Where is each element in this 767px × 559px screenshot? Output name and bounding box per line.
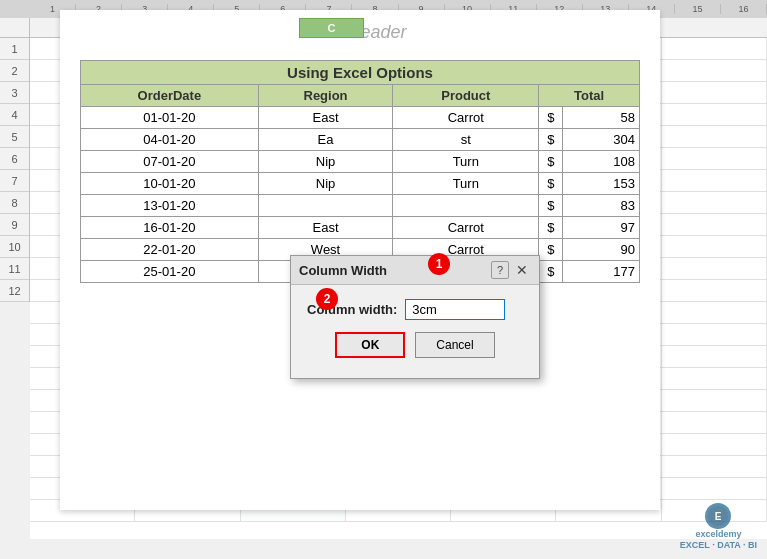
column-width-field: Column width: [307, 299, 523, 320]
dialog-title: Column Width [299, 263, 387, 278]
ok-button[interactable]: OK [335, 332, 405, 358]
column-width-dialog: Column Width ? ✕ Column width: OK Cancel [290, 255, 540, 379]
badge-1: 1 [428, 253, 450, 275]
dialog-close-button[interactable]: ✕ [513, 261, 531, 279]
dialog-help-button[interactable]: ? [491, 261, 509, 279]
dialog-controls: ? ✕ [491, 261, 531, 279]
column-width-input[interactable] [405, 299, 505, 320]
badge-2: 2 [316, 288, 338, 310]
dialog-buttons: OK Cancel [307, 332, 523, 368]
cancel-button[interactable]: Cancel [415, 332, 494, 358]
dialog-titlebar: Column Width ? ✕ [291, 256, 539, 285]
dialog-overlay: Column Width ? ✕ Column width: OK Cancel [0, 0, 767, 559]
